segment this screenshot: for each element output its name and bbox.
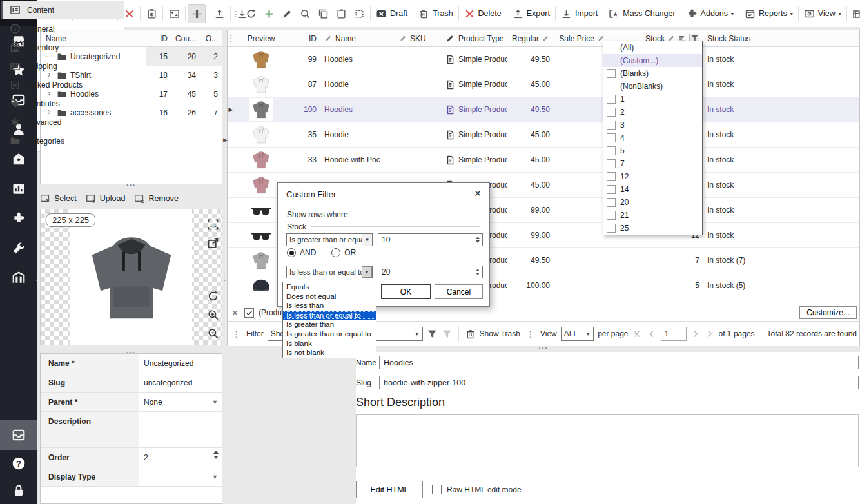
stock-filter-option[interactable]: 4 [603, 131, 702, 144]
grid-grip-icon[interactable]: ⋮ [228, 34, 234, 43]
tab-categories[interactable]: Categories [1, 131, 124, 150]
reports-button[interactable]: Reports▾ [741, 4, 796, 23]
sidebar-item-lock[interactable] [0, 477, 37, 504]
cancel-button[interactable]: Cancel [435, 284, 483, 299]
option-checkbox[interactable] [607, 108, 616, 117]
export-grid-button[interactable]: Export Grid▾ [849, 4, 860, 23]
condition-option[interactable]: Is less than [283, 301, 376, 311]
refresh-button[interactable] [242, 4, 260, 23]
product-row[interactable]: 87HoodieSimple Product45.00In stock [228, 72, 859, 97]
value1-spinner[interactable]: 10 [378, 233, 483, 246]
image-upload-button[interactable]: Upload [86, 193, 126, 204]
tab-linked-products[interactable]: Linked Products [1, 75, 124, 94]
product-row[interactable]: ▶100HoodiesSimple Product49.50In stock [228, 97, 859, 122]
column-header-preview[interactable]: Preview [234, 30, 288, 46]
filter-enabled-checkbox[interactable] [244, 308, 254, 318]
option-checkbox[interactable] [607, 133, 616, 142]
raw-html-checkbox[interactable] [432, 485, 442, 494]
toolbar-grip-icon[interactable]: ⋮ [230, 9, 242, 19]
spin-up-icon[interactable] [476, 237, 480, 239]
short-description-textarea[interactable] [356, 414, 859, 467]
condition-option[interactable]: Is less than or equal to [283, 311, 376, 320]
option-checkbox[interactable] [607, 121, 616, 130]
show-trash-button[interactable]: Show Trash [480, 329, 520, 338]
stock-filter-option[interactable]: 2 [603, 106, 702, 119]
sidebar-item-chart[interactable] [0, 174, 37, 204]
condition1-combo[interactable]: Is greater than or equа ▼ [286, 233, 373, 246]
stock-filter-option[interactable]: (Blanks) [603, 67, 702, 80]
edit-button[interactable] [278, 4, 296, 23]
spin-down-icon[interactable] [476, 273, 480, 275]
view-button[interactable]: View▾ [801, 4, 845, 23]
column-header-name[interactable]: Name [320, 30, 395, 46]
image-remove-button[interactable]: Remove [134, 193, 179, 204]
stock-filter-option[interactable]: 1 [603, 93, 702, 106]
field-value[interactable]: ▼ [139, 467, 222, 486]
option-checkbox[interactable] [607, 95, 616, 104]
search-button[interactable] [296, 4, 314, 23]
dialog-close-icon[interactable]: ✕ [474, 188, 482, 199]
product-row[interactable]: 33Hoodie with PocSimple Product45.00In s… [228, 148, 859, 173]
option-checkbox[interactable] [607, 224, 616, 233]
chevron-down-icon[interactable]: ▼ [362, 234, 372, 246]
condition-option[interactable]: Does not equal [283, 292, 376, 302]
condition-option[interactable]: Is greater than [283, 320, 376, 329]
sidebar-item-help[interactable]: ? [0, 450, 37, 477]
zoomin-icon[interactable] [207, 309, 219, 321]
tab-attributes[interactable]: Attributes [1, 94, 124, 113]
panel-resize-handle[interactable]: ... [538, 344, 548, 348]
apply-filter-icon[interactable] [427, 329, 438, 340]
spin-up-icon[interactable] [213, 451, 219, 454]
add-button[interactable] [260, 4, 278, 23]
stock-filter-option[interactable]: (NonBlanks) [603, 80, 702, 93]
field-value[interactable]: Uncategorized [139, 354, 222, 373]
clear-filter-icon[interactable]: ✕ [230, 308, 240, 318]
stock-filter-option[interactable]: (All) [603, 41, 702, 54]
column-header-sale-price[interactable]: Sale Price [554, 30, 609, 46]
or-radio[interactable]: OR [331, 248, 356, 257]
stock-filter-option[interactable]: 12 [603, 170, 702, 183]
col-id[interactable]: ID [146, 34, 168, 43]
zoomout-icon[interactable] [207, 327, 219, 340]
option-checkbox[interactable] [607, 211, 616, 220]
panel-resize-handle[interactable]: ... [126, 181, 136, 185]
customize-button[interactable]: Customize... [799, 306, 857, 319]
chevron-down-icon[interactable]: ▼ [212, 474, 218, 480]
and-radio[interactable]: AND [287, 248, 316, 257]
stock-filter-option[interactable]: 20 [603, 196, 702, 209]
spin-down-icon[interactable] [476, 240, 480, 243]
tab-general[interactable]: General [1, 19, 124, 38]
draft-button[interactable]: Draft [373, 4, 411, 23]
chevron-down-icon[interactable]: ▼ [212, 399, 218, 405]
preview-button[interactable] [142, 4, 161, 23]
page-input[interactable] [661, 327, 687, 341]
tab-advanced[interactable]: Advanced [1, 113, 124, 131]
stock-filter-option[interactable]: 7 [603, 157, 702, 170]
raw-html-checkbox-row[interactable]: Raw HTML edit mode [432, 485, 522, 494]
col-order[interactable]: O... [196, 34, 222, 43]
tab-shipping[interactable]: Shipping [1, 57, 124, 75]
option-checkbox[interactable] [607, 159, 616, 168]
column-header-sku[interactable]: SKU [395, 30, 442, 46]
product-name-input[interactable] [379, 356, 859, 369]
col-count[interactable]: Cou... [168, 34, 196, 43]
condition-option[interactable]: Is blank [283, 339, 376, 349]
column-header-id[interactable]: ID [288, 30, 320, 46]
field-value[interactable]: None▼ [139, 393, 222, 411]
chevron-down-icon[interactable]: ▼ [362, 266, 372, 278]
export-button[interactable]: Export [509, 4, 553, 23]
option-checkbox[interactable] [607, 185, 616, 194]
image-button[interactable] [165, 4, 183, 23]
last-page-button[interactable] [705, 329, 715, 339]
rotate-icon[interactable] [207, 290, 219, 302]
column-header-regular[interactable]: Regular [507, 30, 554, 46]
mass-changer-button[interactable]: Mass Changer [605, 4, 678, 23]
condition2-combo[interactable]: Is less than or equal to ▼ [286, 266, 373, 278]
left-splitter-handle[interactable]: ⋮ [34, 277, 40, 280]
tab-inventory[interactable]: Inventory [1, 38, 124, 57]
tab-content[interactable]: Content [1, 1, 124, 19]
option-checkbox[interactable] [607, 146, 616, 155]
next-page-button[interactable] [690, 329, 701, 339]
condition-option[interactable]: Is greater than or equal to [283, 329, 376, 339]
stock-filter-option[interactable]: 21 [603, 209, 702, 222]
